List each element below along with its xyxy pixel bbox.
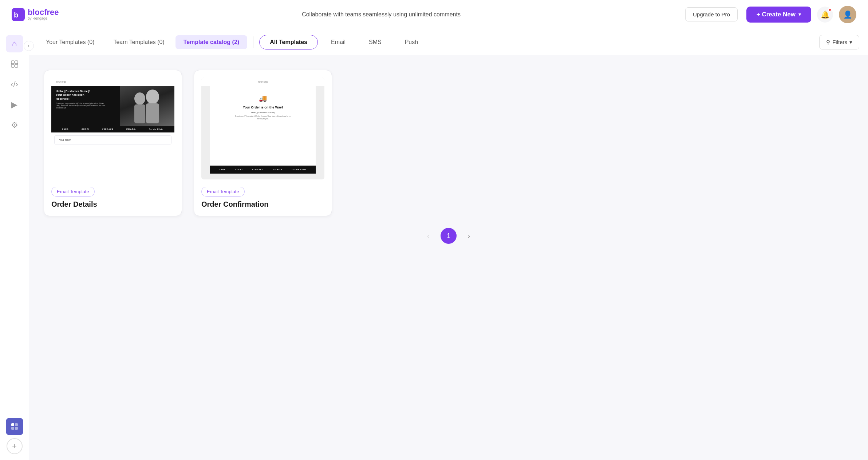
sidebar: › ⌂ ‹/› ▶ ⚙ + xyxy=(0,29,29,460)
create-new-button[interactable]: + Create New ▾ xyxy=(746,7,811,23)
header-right: + Create New ▾ 🔔 👤 xyxy=(746,6,856,23)
template-grid: Your logo Hello, [Customer Name]!Your Or… xyxy=(44,70,853,216)
filter-push[interactable]: Push xyxy=(395,35,428,49)
pagination-prev[interactable]: ‹ xyxy=(420,228,436,244)
tab-bar: Your Templates (0) Team Templates (0) Te… xyxy=(29,29,868,55)
template-preview-1: Your logo Hello, [Customer Name]!Your Or… xyxy=(51,78,174,179)
tab-team-templates[interactable]: Team Templates (0) xyxy=(105,35,172,49)
sidebar-add-button[interactable]: + xyxy=(7,438,23,454)
avatar[interactable]: 👤 xyxy=(839,6,856,23)
pagination-page-1[interactable]: 1 xyxy=(441,228,457,244)
svg-rect-9 xyxy=(15,427,18,430)
content-area: Your logo Hello, [Customer Name]!Your Or… xyxy=(29,55,868,460)
filter-sms[interactable]: SMS xyxy=(359,35,392,49)
main-content: Your Templates (0) Team Templates (0) Te… xyxy=(29,29,868,460)
svg-rect-7 xyxy=(15,423,18,426)
logo-area: b blocfree by Rengage xyxy=(12,8,77,21)
filter-icon: ⚲ xyxy=(826,39,830,45)
logo-text: blocfree xyxy=(28,8,59,16)
dropdown-arrow-icon: ▾ xyxy=(798,12,801,17)
chevron-down-icon: ▾ xyxy=(849,39,852,45)
svg-rect-2 xyxy=(11,61,14,64)
svg-text:b: b xyxy=(14,11,18,19)
svg-rect-8 xyxy=(11,427,14,430)
sidebar-toggle[interactable]: › xyxy=(24,41,34,51)
workspace-icon xyxy=(10,422,19,431)
filter-area: ⚲ Filters ▾ xyxy=(819,35,859,49)
notification-button[interactable]: 🔔 xyxy=(817,7,833,23)
card-title-1: Order Details xyxy=(51,200,174,209)
upgrade-button[interactable]: Upgrade to Pro xyxy=(685,7,738,21)
filter-all-templates[interactable]: All Templates xyxy=(259,35,318,49)
tab-your-templates[interactable]: Your Templates (0) xyxy=(38,35,102,49)
card-title-2: Order Confirmation xyxy=(201,200,324,209)
template-card-2[interactable]: Your logo 🚚 Your Order is on the Way! He… xyxy=(194,70,332,216)
email-template-tag-2: Email Template xyxy=(201,187,245,197)
layout: › ⌂ ‹/› ▶ ⚙ + xyxy=(0,29,868,460)
logo-icon: b xyxy=(12,8,25,21)
sidebar-item-home[interactable]: ⌂ xyxy=(6,35,23,52)
svg-rect-3 xyxy=(15,61,18,64)
logo-sub: by Rengage xyxy=(28,16,59,20)
sidebar-item-templates[interactable] xyxy=(6,55,23,73)
template-preview-2: Your logo 🚚 Your Order is on the Way! He… xyxy=(201,78,324,179)
tab-divider xyxy=(253,36,253,48)
notification-badge xyxy=(828,8,832,12)
sidebar-item-play[interactable]: ▶ xyxy=(6,96,23,114)
tab-template-catalog[interactable]: Template catalog (2) xyxy=(175,35,248,49)
promo-text: Collaborate with teams seamlessly using … xyxy=(86,11,676,18)
svg-rect-5 xyxy=(15,64,18,67)
pagination: ‹ 1 › xyxy=(44,216,853,255)
svg-rect-4 xyxy=(11,64,14,67)
sidebar-bottom: + xyxy=(6,418,23,454)
pagination-next[interactable]: › xyxy=(461,228,477,244)
template-card-1[interactable]: Your logo Hello, [Customer Name]!Your Or… xyxy=(44,70,182,216)
truck-icon: 🚚 xyxy=(214,95,311,103)
app-header: b blocfree by Rengage Collaborate with t… xyxy=(0,0,868,29)
filter-email[interactable]: Email xyxy=(321,35,356,49)
templates-icon xyxy=(11,60,19,68)
sidebar-item-settings[interactable]: ⚙ xyxy=(6,116,23,134)
sidebar-workspace-button[interactable] xyxy=(6,418,23,435)
filters-button[interactable]: ⚲ Filters ▾ xyxy=(819,35,859,49)
sidebar-item-code[interactable]: ‹/› xyxy=(6,76,23,93)
email-template-tag-1: Email Template xyxy=(51,187,95,197)
svg-rect-6 xyxy=(11,423,14,426)
